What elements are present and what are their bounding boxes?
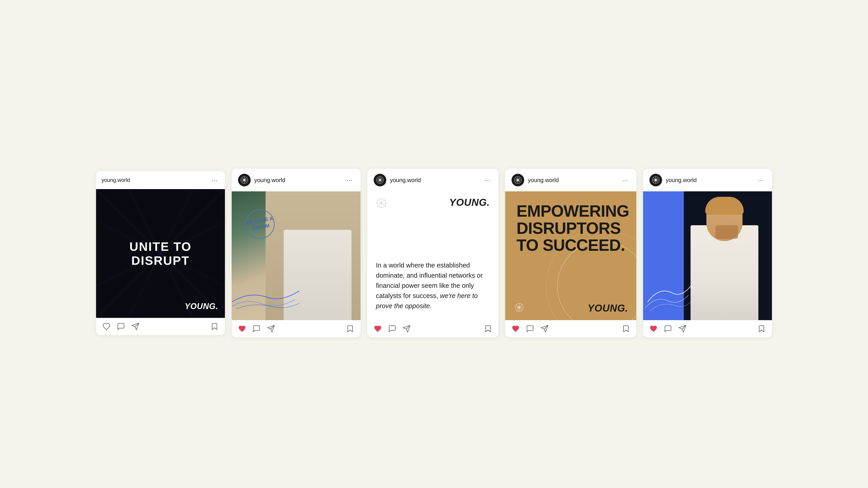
card-header-4: young.world ··· <box>505 169 636 191</box>
share-button-2[interactable] <box>267 325 275 333</box>
post-1-brand: YOUNG. <box>185 302 218 311</box>
share-button-3[interactable] <box>403 325 411 333</box>
post-card-1: young.world ··· <box>96 171 225 335</box>
avatar-icon-2 <box>240 176 248 184</box>
post-image-1: UNITE TO DISRUPT YOUNG. <box>96 189 225 318</box>
post-card-4: young.world ··· EMPOWERING DISRUPTORS TO… <box>505 169 636 337</box>
post-4-sun-icon <box>514 302 524 313</box>
bookmark-button-5[interactable] <box>757 325 766 333</box>
share-button-5[interactable] <box>678 325 686 333</box>
more-button-2[interactable]: ··· <box>344 175 354 185</box>
avatar-4 <box>512 174 524 186</box>
post-3-brand: YOUNG. <box>449 197 490 208</box>
comment-button-1[interactable] <box>117 322 125 330</box>
heart-icon-4 <box>512 325 520 333</box>
bookmark-button-3[interactable] <box>484 325 492 333</box>
username-1: young.world <box>101 177 130 183</box>
post-3-spinner <box>376 198 387 209</box>
card-footer-4 <box>505 320 636 337</box>
sun-icon-4 <box>514 302 524 313</box>
bookmark-icon-3 <box>484 325 492 333</box>
comment-icon-2 <box>252 325 260 333</box>
heart-button-3[interactable] <box>374 325 382 333</box>
card-header-1: young.world ··· <box>96 171 225 189</box>
bookmark-button-2[interactable] <box>346 325 354 333</box>
bookmark-icon-2 <box>346 325 354 333</box>
post-3-text: In a world where the established dominat… <box>376 260 490 311</box>
comment-button-2[interactable] <box>252 325 260 333</box>
feed-container: young.world ··· <box>96 169 772 337</box>
avatar-icon-5 <box>652 176 660 184</box>
share-icon-5 <box>678 325 686 333</box>
comment-icon-1 <box>117 322 125 330</box>
share-icon-1 <box>131 322 140 330</box>
post-4-brand: YOUNG. <box>587 302 628 314</box>
share-icon-3 <box>403 325 411 333</box>
more-button-1[interactable]: ··· <box>210 175 219 185</box>
heart-icon-1 <box>102 322 111 330</box>
post-5-deco-lines <box>645 268 690 313</box>
username-2: young.world <box>254 177 285 184</box>
card-header-left-3: young.world <box>374 174 421 186</box>
card-header-left-2: young.world <box>238 174 285 186</box>
username-3: young.world <box>390 177 421 184</box>
card-footer-3 <box>367 320 498 337</box>
heart-button-1[interactable] <box>102 322 111 330</box>
bookmark-icon-4 <box>622 325 630 333</box>
card-header-2: young.world ··· <box>232 169 361 191</box>
post-image-3: YOUNG. In a world where the established … <box>367 191 498 320</box>
post-5-beard <box>715 225 738 239</box>
post-card-3: young.world ··· YOUNG. In a world <box>367 169 498 337</box>
heart-icon-2 <box>238 325 246 333</box>
card-header-5: young.world ··· <box>643 169 772 191</box>
avatar-3 <box>374 174 386 186</box>
heart-button-4[interactable] <box>512 325 520 333</box>
post-4-headline: EMPOWERING DISRUPTORS TO SUCCEED. <box>517 203 636 254</box>
share-button-1[interactable] <box>131 322 140 330</box>
card-header-left-4: young.world <box>512 174 559 186</box>
footer-icons-left-5 <box>649 325 686 333</box>
more-button-5[interactable]: ··· <box>756 175 766 185</box>
share-button-4[interactable] <box>540 325 549 333</box>
heart-button-5[interactable] <box>649 325 657 333</box>
card-footer-2 <box>232 320 361 337</box>
share-icon-2 <box>267 325 275 333</box>
heart-button-2[interactable] <box>238 325 246 333</box>
dream-badge-text: WE HAVE A DREAM <box>245 215 275 233</box>
footer-icons-left-2 <box>238 325 275 333</box>
heart-icon-5 <box>649 325 657 333</box>
footer-icons-left-3 <box>374 325 411 333</box>
bookmark-button-4[interactable] <box>622 325 630 333</box>
heart-icon-3 <box>374 325 382 333</box>
post-5-hair <box>705 197 744 215</box>
comment-icon-4 <box>526 325 534 333</box>
avatar-2 <box>238 174 251 186</box>
footer-icons-left-4 <box>512 325 549 333</box>
post-1-headline: UNITE TO DISRUPT <box>128 239 193 267</box>
comment-button-4[interactable] <box>526 325 534 333</box>
blue-deco-lines-2 <box>232 268 300 313</box>
bookmark-icon-5 <box>757 325 766 333</box>
footer-icons-left-1 <box>102 322 140 330</box>
bookmark-button-1[interactable] <box>211 322 219 330</box>
username-4: young.world <box>528 177 559 184</box>
bookmark-icon-1 <box>211 322 219 330</box>
card-header-3: young.world ··· <box>367 169 498 191</box>
more-button-3[interactable]: ··· <box>483 175 492 185</box>
card-footer-1 <box>96 318 225 335</box>
comment-button-5[interactable] <box>664 325 672 333</box>
avatar-5 <box>649 174 662 186</box>
avatar-icon-3 <box>376 176 384 184</box>
post-image-5 <box>643 191 772 320</box>
share-icon-4 <box>540 325 549 333</box>
avatar-icon-4 <box>514 176 522 184</box>
comment-icon-3 <box>388 325 396 333</box>
card-footer-5 <box>643 320 772 337</box>
spinner-icon-3 <box>376 198 387 208</box>
card-header-left-1: young.world <box>101 177 130 183</box>
username-5: young.world <box>666 177 697 184</box>
post-card-5: young.world ··· <box>643 169 772 337</box>
comment-button-3[interactable] <box>388 325 396 333</box>
more-button-4[interactable]: ··· <box>620 175 630 185</box>
post-image-4: EMPOWERING DISRUPTORS TO SUCCEED. YOUNG. <box>505 191 636 320</box>
